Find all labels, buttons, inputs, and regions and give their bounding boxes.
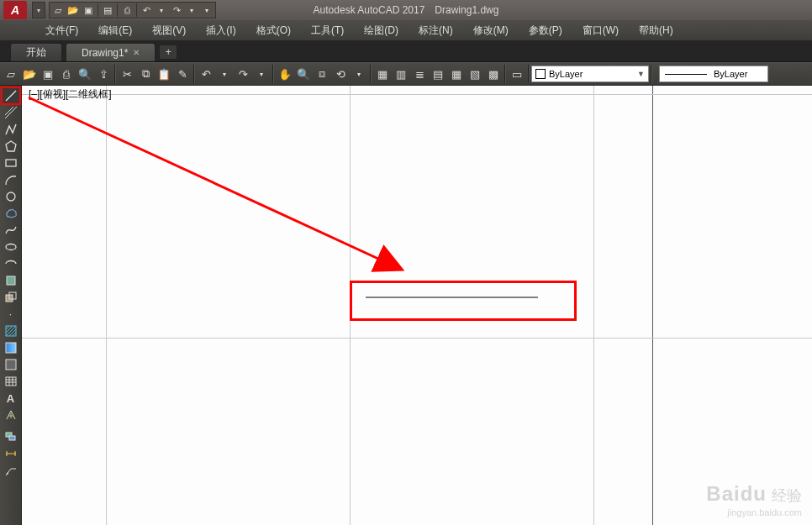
- tb-block-icon[interactable]: ▦: [447, 65, 466, 83]
- menu-file[interactable]: 文件(F): [35, 21, 88, 40]
- spline-tool-icon[interactable]: [2, 222, 20, 239]
- tab-drawing1[interactable]: Drawing1* ✕: [66, 43, 156, 61]
- qredo-dd[interactable]: ▾: [185, 3, 198, 17]
- dimension-tool-icon[interactable]: [2, 445, 20, 462]
- gradient-tool-icon[interactable]: [2, 339, 20, 356]
- tb-open-icon[interactable]: 📂: [20, 65, 39, 83]
- construction-line-icon[interactable]: [2, 104, 20, 121]
- watermark-brand: Baidu: [706, 482, 767, 505]
- ellipse-arc-icon[interactable]: [2, 255, 20, 272]
- linetype-dropdown[interactable]: ByLayer: [659, 66, 768, 82]
- linetype-value: ByLayer: [714, 69, 747, 79]
- qnew-icon[interactable]: ▱: [51, 3, 65, 17]
- table-tool-icon[interactable]: [2, 373, 20, 390]
- tab-new-button[interactable]: +: [159, 45, 177, 60]
- tb-plot-icon[interactable]: ⎙: [57, 65, 76, 83]
- tb-qcalc-icon[interactable]: ▩: [484, 65, 503, 83]
- tb-zoom-prev-icon[interactable]: ⟲: [331, 65, 350, 83]
- menu-edit[interactable]: 编辑(E): [88, 21, 142, 40]
- svg-line-14: [9, 329, 16, 336]
- region-tool-icon[interactable]: [2, 356, 20, 373]
- tb-zoom-win-icon[interactable]: ⧈: [313, 65, 331, 83]
- document-tabbar: 开始 Drawing1* ✕ +: [0, 40, 812, 62]
- menu-dimension[interactable]: 标注(N): [409, 21, 463, 40]
- addselected-icon[interactable]: [2, 407, 20, 423]
- menu-parametric[interactable]: 参数(P): [519, 21, 572, 40]
- insert-block-icon[interactable]: [2, 272, 20, 289]
- mtext-tool-icon[interactable]: A: [2, 390, 20, 407]
- tb-sheet-icon[interactable]: ▥: [392, 65, 410, 83]
- tb-pan-icon[interactable]: ✋: [276, 65, 294, 83]
- qat-more-dd[interactable]: ▾: [200, 3, 214, 17]
- color-value: ByLayer: [549, 69, 583, 79]
- color-dropdown[interactable]: ByLayer ▼: [531, 66, 649, 82]
- circle-tool-icon[interactable]: [2, 188, 20, 205]
- svg-line-0: [6, 91, 16, 101]
- viewport-label[interactable]: [–][俯视][二维线框]: [29, 87, 112, 102]
- menu-view[interactable]: 视图(V): [142, 21, 196, 40]
- menu-draw[interactable]: 绘图(D): [354, 21, 409, 40]
- qundo-dd[interactable]: ▾: [155, 3, 168, 17]
- qsave-icon[interactable]: ▣: [82, 3, 95, 17]
- qredo-icon[interactable]: ↷: [170, 3, 183, 17]
- revision-cloud-icon[interactable]: [2, 205, 20, 222]
- tb-undo-dd[interactable]: ▾: [215, 65, 234, 83]
- qplot-icon[interactable]: ⎙: [120, 3, 134, 17]
- line-tool-icon[interactable]: [2, 87, 20, 104]
- polygon-tool-icon[interactable]: [2, 138, 20, 155]
- color-swatch: [535, 69, 546, 79]
- tb-undo-icon[interactable]: ↶: [197, 65, 215, 83]
- menu-window[interactable]: 窗口(W): [572, 21, 629, 40]
- tab-close-icon[interactable]: ✕: [133, 48, 140, 57]
- svg-line-12: [6, 326, 13, 333]
- leader-tool-icon[interactable]: [2, 462, 20, 479]
- tb-cleanscreen-icon[interactable]: ▭: [508, 65, 526, 83]
- qat-customize-dropdown[interactable]: ▾: [32, 2, 45, 18]
- svg-rect-17: [6, 360, 16, 370]
- arc-tool-icon[interactable]: [2, 171, 20, 188]
- qsaveas-icon[interactable]: ▤: [101, 3, 114, 17]
- svg-rect-16: [6, 343, 16, 353]
- tb-match-icon[interactable]: ✎: [173, 65, 192, 83]
- tb-zoom-dd[interactable]: ▾: [350, 65, 368, 83]
- tb-redo-dd[interactable]: ▾: [252, 65, 271, 83]
- tb-copy-icon[interactable]: ⧉: [136, 65, 155, 83]
- app-logo[interactable]: A: [3, 1, 27, 19]
- make-block-icon[interactable]: [2, 289, 20, 306]
- tb-tool-icon[interactable]: ▤: [429, 65, 447, 83]
- tab-start[interactable]: 开始: [10, 43, 62, 61]
- grid-line: [106, 86, 107, 525]
- menu-modify[interactable]: 修改(M): [463, 21, 519, 40]
- document-name: Drawing1.dwg: [435, 4, 498, 16]
- ellipse-tool-icon[interactable]: [2, 239, 20, 255]
- qundo-icon[interactable]: ↶: [140, 3, 153, 17]
- tb-paste-icon[interactable]: 📋: [155, 65, 173, 83]
- hatch-tool-icon[interactable]: [2, 323, 20, 339]
- tb-markup-icon[interactable]: ▧: [466, 65, 484, 83]
- tb-properties-icon[interactable]: ▦: [373, 65, 392, 83]
- tb-redo-icon[interactable]: ↷: [234, 65, 252, 83]
- menu-tools[interactable]: 工具(T): [301, 21, 354, 40]
- rectangle-tool-icon[interactable]: [2, 155, 20, 171]
- svg-line-11: [6, 326, 9, 329]
- grid-axis: [652, 86, 653, 525]
- menu-format[interactable]: 格式(O): [246, 21, 301, 40]
- qopen-icon[interactable]: 📂: [66, 3, 80, 17]
- svg-rect-7: [7, 276, 15, 285]
- point-tool-icon[interactable]: ·: [2, 306, 20, 323]
- tb-preview-icon[interactable]: 🔍: [76, 65, 94, 83]
- tb-zoom-rt-icon[interactable]: 🔍: [294, 65, 313, 83]
- drawing-canvas[interactable]: [–][俯视][二维线框] Baidu经验 jingyan.baidu.com: [22, 86, 812, 525]
- tb-new-icon[interactable]: ▱: [2, 65, 20, 83]
- menu-help[interactable]: 帮助(H): [629, 21, 683, 40]
- tb-layer-icon[interactable]: ≣: [410, 65, 429, 83]
- tb-publish-icon[interactable]: ⇪: [94, 65, 113, 83]
- menu-insert[interactable]: 插入(I): [196, 21, 245, 40]
- polyline-tool-icon[interactable]: [2, 121, 20, 138]
- standard-toolbar: ▱ 📂 ▣ ⎙ 🔍 ⇪ ✂ ⧉ 📋 ✎ ↶ ▾ ↷ ▾ ✋ 🔍 ⧈ ⟲ ▾ ▦ …: [0, 62, 812, 86]
- tb-save-icon[interactable]: ▣: [39, 65, 57, 83]
- workspace: · A [–][俯视][二维线框] Baidu经验 jingyan.baidu.…: [0, 86, 812, 525]
- layer-states-icon[interactable]: [2, 428, 20, 445]
- svg-point-5: [7, 192, 15, 201]
- tb-cut-icon[interactable]: ✂: [118, 65, 136, 83]
